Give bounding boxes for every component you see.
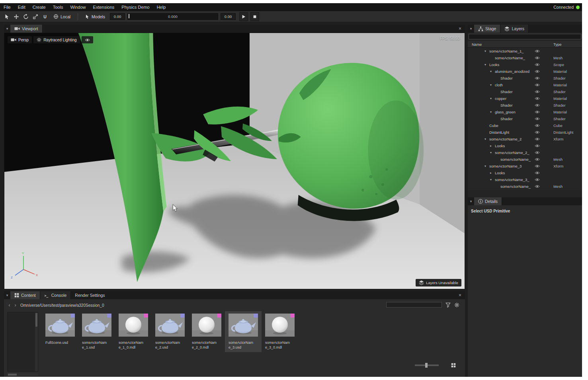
expander-down-icon[interactable]: ▾ [490, 83, 495, 87]
models-selector[interactable]: Models [82, 14, 107, 19]
chevron-down-icon[interactable]: ▾ [468, 199, 474, 203]
menu-item-tools[interactable]: Tools [49, 3, 67, 11]
tree-row-distantlight[interactable]: DistantLightDistantLight [468, 129, 582, 136]
teapot-thumbnail[interactable] [229, 314, 258, 337]
tree-row-cloth[interactable]: ▾clothMaterial [468, 82, 582, 88]
filter-button[interactable] [444, 301, 451, 308]
tab-details[interactable]: Details [474, 197, 502, 205]
stop-button[interactable] [250, 12, 259, 21]
tab-stage[interactable]: Stage [474, 25, 500, 33]
expander-down-icon[interactable]: ▾ [490, 70, 495, 73]
eye-icon[interactable] [535, 63, 540, 66]
tree-row-looks[interactable]: ▸Looks [468, 170, 582, 176]
eye-icon[interactable] [535, 158, 540, 161]
snap-tool-button[interactable]: U [41, 12, 49, 21]
persp-camera-button[interactable]: Persp [8, 36, 32, 43]
column-header-name[interactable]: Name [468, 42, 482, 47]
chevron-down-icon[interactable]: ▾ [4, 27, 10, 31]
menu-item-window[interactable]: Window [66, 3, 89, 11]
time-start-field[interactable]: 0.00 [110, 13, 125, 20]
content-item-someactorname-1-usd[interactable]: someActorName_1.usd [78, 311, 115, 352]
eye-icon[interactable] [535, 56, 540, 60]
expander-down-icon[interactable]: ▾ [490, 110, 495, 114]
menu-item-file[interactable]: File [0, 3, 14, 11]
eye-icon[interactable] [535, 49, 540, 53]
eye-icon[interactable] [535, 117, 540, 121]
breadcrumb[interactable]: Omniverse/Users/test/paraview/a320Sessio… [20, 303, 104, 308]
expander-down-icon[interactable]: ▾ [484, 137, 489, 141]
settings-button[interactable] [453, 301, 460, 308]
tree-row-someactorname-2[interactable]: ▾someActorName_2_ [468, 149, 582, 156]
eye-icon[interactable] [535, 103, 540, 107]
viewport-3d-scene[interactable]: X Y Z [4, 33, 465, 289]
content-tree-sidebar[interactable] [7, 312, 38, 372]
coordinate-space-button[interactable]: Local [51, 12, 73, 21]
tree-row-cube[interactable]: CubeCube [468, 122, 582, 129]
stage-search-input[interactable] [469, 34, 581, 39]
chevron-down-icon[interactable]: ▾ [4, 293, 10, 297]
eye-icon[interactable] [535, 76, 540, 80]
tab-layers[interactable]: Layers [500, 25, 529, 33]
expander-down-icon[interactable]: ▾ [484, 63, 489, 66]
teapot-thumbnail[interactable] [155, 314, 185, 337]
chevron-down-icon[interactable]: ▾ [468, 27, 474, 31]
expander-down-icon[interactable]: ▾ [484, 164, 489, 168]
back-chevron-icon[interactable]: ‹ [6, 302, 12, 308]
viewport-canvas[interactable]: X Y Z Persp Raytraced Lighting FPS: 58.9… [4, 33, 465, 289]
tree-row-shader[interactable]: ShaderShader [468, 102, 582, 109]
menu-item-extensions[interactable]: Extensions [90, 3, 118, 11]
content-item-someactorname-3-usd[interactable]: someActorName_3.usd [225, 311, 262, 352]
tree-row-someactorname-3[interactable]: ▾someActorName_3_ [468, 176, 582, 183]
menu-item-create[interactable]: Create [29, 3, 49, 11]
tree-row-shader[interactable]: ShaderShader [468, 75, 582, 82]
expander-right-icon[interactable]: ▸ [490, 144, 495, 148]
sphere-thumbnail[interactable] [192, 314, 221, 337]
eye-icon[interactable] [535, 137, 540, 141]
eye-icon[interactable] [535, 151, 540, 154]
content-item-fullscene-usd[interactable]: FullScene.usd [42, 311, 78, 348]
select-tool-button[interactable] [2, 12, 11, 21]
tree-row-looks[interactable]: ▸Looks [468, 142, 582, 149]
green-nose-mesh[interactable] [278, 63, 424, 221]
close-icon[interactable]: × [455, 26, 465, 31]
tree-row-someactorname-3[interactable]: ▾someActorName_3Xform [468, 163, 582, 170]
menu-item-physics-demo[interactable]: Physics Demo [118, 3, 153, 11]
scale-tool-button[interactable] [31, 12, 40, 21]
eye-icon[interactable] [535, 131, 540, 134]
rotate-tool-button[interactable] [21, 12, 30, 21]
close-icon[interactable]: × [455, 292, 465, 298]
forward-chevron-icon[interactable]: › [12, 302, 18, 308]
grid-view-button[interactable] [450, 362, 457, 369]
visibility-button[interactable] [82, 36, 93, 43]
slider-thumb[interactable] [425, 363, 428, 368]
eye-icon[interactable] [535, 185, 540, 188]
content-item-someactorname-3-0-mdl[interactable]: someActorName_3_0.mdl [262, 311, 298, 352]
time-end-field[interactable]: 0.00 [221, 13, 236, 20]
render-mode-button[interactable]: Raytraced Lighting [33, 36, 80, 43]
play-button[interactable] [239, 12, 248, 21]
sphere-thumbnail[interactable] [265, 314, 295, 337]
tab-render-settings[interactable]: Render Settings [71, 291, 109, 299]
tree-row-someactorname-1[interactable]: ▾someActorName_1_ [468, 48, 582, 55]
tree-row-glass-green[interactable]: ▾glass_greenMaterial [468, 109, 582, 115]
eye-icon[interactable] [535, 97, 540, 100]
tree-row-someactorname-2[interactable]: ▾someActorName_2Xform [468, 136, 582, 142]
eye-icon[interactable] [535, 110, 540, 114]
content-item-someactorname-2-0-mdl[interactable]: someActorName_2_0.mdl [188, 311, 225, 352]
content-item-someactorname-2-usd[interactable]: someActorName_2.usd [152, 311, 188, 352]
tree-row-copper[interactable]: ▾copperMaterial [468, 95, 582, 102]
eye-icon[interactable] [535, 70, 540, 73]
expander-right-icon[interactable]: ▸ [490, 171, 495, 175]
eye-icon[interactable] [535, 83, 540, 87]
eye-icon[interactable] [535, 164, 540, 168]
expander-down-icon[interactable]: ▾ [484, 49, 489, 53]
expander-down-icon[interactable]: ▾ [490, 151, 495, 154]
eye-icon[interactable] [535, 144, 540, 148]
tree-row-someactorname[interactable]: someActorName_Mesh [468, 183, 582, 190]
teapot-thumbnail[interactable] [45, 314, 75, 337]
vertical-scrollbar[interactable] [35, 312, 38, 371]
eye-icon[interactable] [535, 171, 540, 175]
timeline-slider[interactable]: 0.000 [127, 13, 218, 20]
tab-console[interactable]: >_Console [40, 291, 71, 299]
tree-row-shader[interactable]: ShaderShader [468, 115, 582, 122]
